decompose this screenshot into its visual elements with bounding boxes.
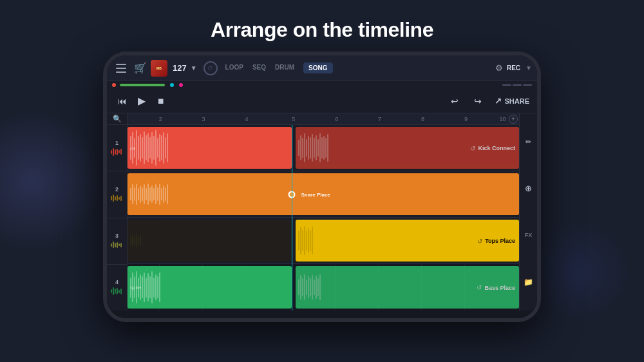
track-num-4: 4 xyxy=(115,279,118,285)
progress-lines xyxy=(502,84,532,86)
play-button[interactable]: ▶ xyxy=(134,93,149,109)
mixer-settings-button[interactable]: ⊕ xyxy=(522,182,536,196)
progress-dot-cyan xyxy=(170,83,174,87)
progress-bar-green[interactable] xyxy=(120,84,165,86)
rewind-button[interactable]: ⏮ xyxy=(115,93,130,109)
right-panel: ✏ ⊕ FX 📁 xyxy=(519,113,537,310)
tab-loop[interactable]: LOOP xyxy=(225,62,243,73)
timeline-main: 2 3 4 5 6 7 8 9 10 + xyxy=(128,113,519,310)
track3-block-right[interactable]: ↺ Tops Place xyxy=(296,220,519,262)
track3-block-left[interactable] xyxy=(128,220,292,262)
controls-row: ⏮ ▶ ⏹ ↩ ↪ ↗ SHARE xyxy=(107,89,537,113)
track3-waveform-left xyxy=(128,220,292,262)
timeline-wrapper: 🔍 1 2 xyxy=(107,113,537,310)
ruler-mark-4: 4 xyxy=(245,116,248,122)
menu-button[interactable] xyxy=(112,59,130,77)
menu-line-2 xyxy=(116,68,126,69)
ruler-mark-7: 7 xyxy=(378,116,381,122)
track1-waveform-left xyxy=(128,127,292,169)
fx-button[interactable]: FX xyxy=(522,228,536,242)
timeline-ruler: 2 3 4 5 6 7 8 9 10 + xyxy=(128,113,519,125)
track4-block-right[interactable]: ↺ Bass Place xyxy=(296,266,519,309)
track4-block-left[interactable]: spire xyxy=(128,266,292,309)
track1-block-name: Kick Connect xyxy=(478,145,515,151)
track-num-1: 1 xyxy=(115,140,118,146)
bg-decoration-right xyxy=(528,220,631,323)
track4-block-name: Bass Place xyxy=(484,284,515,291)
metronome-icon[interactable]: ⏱ xyxy=(204,61,218,75)
track-row-2: Snare Place xyxy=(128,171,519,218)
stop-button[interactable]: ⏹ xyxy=(153,93,169,109)
fx-label: FX xyxy=(525,232,533,238)
prog-line-3 xyxy=(523,84,532,86)
rec-button[interactable]: REC xyxy=(507,64,520,71)
magnify-icon[interactable]: 🔍 xyxy=(113,115,122,123)
track-header: 🔍 xyxy=(107,113,127,125)
track-waveform-4 xyxy=(111,287,124,296)
track-label-1: 1 xyxy=(107,125,127,171)
phone-frame: 🛒 MB 127 ▼ ⏱ LOOP SEQ DRUM SONG ⚙ REC ▼ xyxy=(103,52,541,322)
track1-refresh-icon: ↺ xyxy=(470,144,475,151)
page-headline: Arrange on the timeline xyxy=(0,18,644,42)
ruler-mark-3: 3 xyxy=(202,116,205,122)
track4-waveform-left xyxy=(128,266,292,309)
track-waveform-1 xyxy=(111,148,124,157)
menu-line-1 xyxy=(116,64,126,65)
track2-block[interactable]: Snare Place xyxy=(128,173,519,215)
track2-handle[interactable] xyxy=(289,191,296,198)
track1-block-right[interactable]: ↺ Kick Connect xyxy=(296,127,519,169)
tracks-area: ce ↺ Kick Connect xyxy=(128,125,519,310)
share-icon: ↗ xyxy=(495,96,502,106)
edit-icon-button[interactable]: ✏ xyxy=(522,135,536,149)
prog-line-1 xyxy=(502,84,511,86)
track4-label-area: ↺ Bass Place xyxy=(477,284,515,291)
album-art[interactable]: MB xyxy=(151,60,167,77)
folder-button[interactable]: 📁 xyxy=(522,275,536,289)
app-screen: 🛒 MB 127 ▼ ⏱ LOOP SEQ DRUM SONG ⚙ REC ▼ xyxy=(107,55,537,318)
ruler-mark-9: 9 xyxy=(464,116,468,122)
track-label-2: 2 xyxy=(107,171,127,218)
track-row-4: spire ↺ Bass Place xyxy=(128,264,519,310)
track-row-3: ↺ Tops Place xyxy=(128,218,519,264)
track-num-3: 3 xyxy=(115,233,118,239)
track1-block-left[interactable]: ce xyxy=(128,127,292,169)
ruler-mark-6: 6 xyxy=(335,116,338,122)
track2-block-name: Snare Place xyxy=(296,191,330,197)
track4-refresh-icon: ↺ xyxy=(477,284,482,291)
track-num-2: 2 xyxy=(115,186,118,193)
redo-button[interactable]: ↪ xyxy=(470,93,486,109)
share-label: SHARE xyxy=(504,97,529,105)
track3-label-area: ↺ Tops Place xyxy=(477,237,515,244)
progress-dot-pink xyxy=(179,83,183,87)
rec-chevron-icon[interactable]: ▼ xyxy=(526,64,532,71)
prog-line-2 xyxy=(513,84,522,86)
ruler-marks: 2 3 4 5 6 7 8 9 10 xyxy=(128,113,519,124)
undo-button[interactable]: ↩ xyxy=(447,93,462,109)
progress-dot-red xyxy=(112,83,116,87)
track1-label-area: ↺ Kick Connect xyxy=(470,144,515,151)
tab-drum[interactable]: DRUM xyxy=(275,62,294,73)
bpm-chevron-icon[interactable]: ▼ xyxy=(191,64,197,71)
track1-left-label: ce xyxy=(130,145,135,151)
bpm-value[interactable]: 127 xyxy=(173,63,187,73)
top-bar: 🛒 MB 127 ▼ ⏱ LOOP SEQ DRUM SONG ⚙ REC ▼ xyxy=(107,55,537,81)
ruler-mark-10: 10 xyxy=(500,116,506,122)
menu-line-3 xyxy=(116,71,126,73)
track3-refresh-icon: ↺ xyxy=(477,237,482,244)
tab-song[interactable]: SONG xyxy=(303,62,332,73)
cart-icon[interactable]: 🛒 xyxy=(134,62,147,74)
bg-decoration-left xyxy=(0,110,103,252)
track-waveform-2 xyxy=(111,194,124,203)
tab-seq[interactable]: SEQ xyxy=(252,62,266,73)
nav-tabs: LOOP SEQ DRUM SONG xyxy=(225,62,333,73)
track-label-3: 3 xyxy=(107,218,127,265)
plus-icon: + xyxy=(511,116,515,122)
share-button[interactable]: ↗ SHARE xyxy=(495,96,529,106)
add-track-button[interactable]: + xyxy=(509,115,518,124)
track-row-1: ce ↺ Kick Connect xyxy=(128,125,519,171)
track-waveform-3 xyxy=(111,240,124,249)
mixer-icon[interactable]: ⚙ xyxy=(495,63,503,73)
ruler-mark-5: 5 xyxy=(292,116,295,122)
undo-redo-group: ↩ ↪ xyxy=(447,93,489,109)
progress-bar-area xyxy=(107,81,537,89)
